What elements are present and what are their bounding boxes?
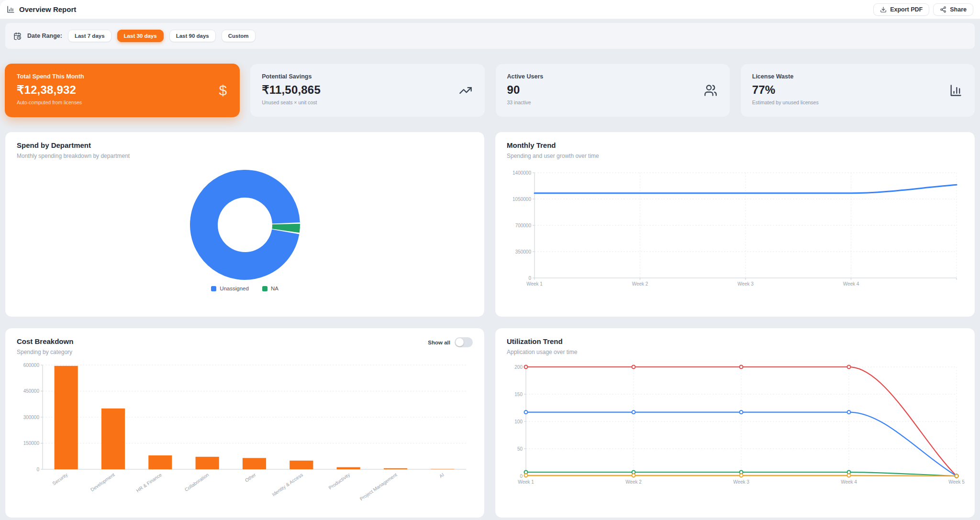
show-all-label: Show all bbox=[428, 340, 450, 345]
svg-text:Week 5: Week 5 bbox=[948, 479, 965, 485]
svg-text:150: 150 bbox=[514, 392, 523, 397]
donut-legend: Unassigned NA bbox=[17, 286, 473, 291]
legend-label: NA bbox=[271, 286, 278, 291]
kpi-value: 90 bbox=[507, 83, 718, 97]
utilization-trend-line-chart[interactable]: 050100150200Week 1Week 2Week 3Week 4Week… bbox=[507, 362, 963, 491]
svg-text:0: 0 bbox=[520, 474, 523, 479]
svg-text:AI: AI bbox=[438, 472, 445, 479]
range-last-30-days-button[interactable]: Last 30 days bbox=[117, 30, 164, 42]
export-pdf-label: Export PDF bbox=[890, 6, 923, 13]
date-range-bar: Date Range: Last 7 days Last 30 days Las… bbox=[5, 22, 975, 49]
show-all-toggle-group: Show all bbox=[428, 337, 473, 347]
svg-text:Week 2: Week 2 bbox=[625, 479, 642, 485]
report-bar-chart-icon bbox=[7, 5, 15, 13]
topbar: Overview Report Export PDF Share bbox=[0, 0, 980, 19]
svg-text:300000: 300000 bbox=[23, 415, 40, 420]
chart-title: Cost Breakdown bbox=[17, 337, 73, 345]
svg-text:200: 200 bbox=[514, 365, 523, 370]
svg-text:1400000: 1400000 bbox=[512, 170, 531, 176]
cost-breakdown-bar-chart[interactable]: 0150000300000450000600000SecurityDevelop… bbox=[17, 359, 473, 499]
dashboard-page: Overview Report Export PDF Share Date Ra… bbox=[0, 0, 980, 520]
legend-swatch bbox=[211, 286, 216, 291]
chart-subtitle: Monthly spending breakdown by department bbox=[17, 153, 473, 159]
show-all-toggle[interactable] bbox=[455, 337, 473, 347]
svg-text:600000: 600000 bbox=[23, 363, 40, 368]
chart-subtitle: Spending by category bbox=[17, 349, 73, 355]
dollar-icon: $ bbox=[219, 82, 227, 99]
kpi-label: Active Users bbox=[507, 73, 718, 80]
bar-chart-icon bbox=[949, 84, 962, 97]
download-icon bbox=[880, 6, 887, 13]
kpi-row: Total Spend This Month ₹12,38,932 Auto-c… bbox=[5, 64, 975, 117]
kpi-total-spend-card: Total Spend This Month ₹12,38,932 Auto-c… bbox=[5, 64, 240, 117]
svg-text:700000: 700000 bbox=[515, 223, 532, 228]
kpi-caption: 33 inactive bbox=[507, 100, 718, 105]
range-last-7-days-button[interactable]: Last 7 days bbox=[68, 30, 111, 42]
kpi-active-users-card: Active Users 90 33 inactive bbox=[495, 64, 730, 117]
monthly-trend-card: Monthly Trend Spending and user growth o… bbox=[495, 132, 975, 317]
kpi-label: License Waste bbox=[752, 73, 963, 80]
svg-text:Collaboration: Collaboration bbox=[184, 472, 210, 493]
legend-item-unassigned[interactable]: Unassigned bbox=[211, 286, 249, 291]
legend-swatch bbox=[262, 286, 267, 291]
svg-text:Week 1: Week 1 bbox=[526, 281, 543, 287]
svg-text:Week 2: Week 2 bbox=[632, 281, 648, 287]
spend-by-department-donut-chart[interactable] bbox=[17, 166, 473, 284]
svg-text:Week 1: Week 1 bbox=[518, 479, 534, 485]
svg-text:450000: 450000 bbox=[23, 388, 40, 394]
range-last-90-days-button[interactable]: Last 90 days bbox=[169, 30, 216, 42]
svg-text:Other: Other bbox=[244, 472, 257, 483]
svg-text:Development: Development bbox=[89, 472, 116, 493]
svg-text:Identity & Access: Identity & Access bbox=[271, 472, 304, 498]
chart-subtitle: Spending and user growth over time bbox=[507, 153, 963, 159]
svg-text:HR & Finance: HR & Finance bbox=[135, 472, 163, 493]
svg-text:350000: 350000 bbox=[515, 249, 532, 254]
spend-by-department-card: Spend by Department Monthly spending bre… bbox=[5, 132, 485, 317]
svg-text:50: 50 bbox=[517, 446, 523, 452]
svg-text:Week 3: Week 3 bbox=[737, 281, 754, 287]
kpi-value: ₹12,38,932 bbox=[17, 83, 228, 97]
svg-text:100: 100 bbox=[514, 419, 523, 424]
utilization-trend-card: Utilization Trend Application usage over… bbox=[495, 328, 975, 518]
chart-title: Monthly Trend bbox=[507, 141, 963, 149]
legend-item-na[interactable]: NA bbox=[262, 286, 278, 291]
trending-up-icon bbox=[459, 84, 472, 97]
legend-label: Unassigned bbox=[220, 286, 249, 291]
kpi-value: 77% bbox=[752, 83, 963, 97]
svg-text:1050000: 1050000 bbox=[512, 197, 531, 202]
cost-breakdown-card: Cost Breakdown Spending by category Show… bbox=[5, 328, 485, 518]
kpi-caption: Estimated by unused licenses bbox=[752, 100, 963, 105]
svg-text:Productivity: Productivity bbox=[328, 472, 351, 491]
kpi-caption: Auto-computed from licenses bbox=[17, 100, 228, 105]
svg-text:Security: Security bbox=[51, 472, 68, 487]
svg-text:150000: 150000 bbox=[23, 441, 40, 446]
svg-text:Week 4: Week 4 bbox=[841, 479, 857, 485]
kpi-license-waste-card: License Waste 77% Estimated by unused li… bbox=[740, 64, 975, 117]
share-label: Share bbox=[950, 6, 967, 13]
share-button[interactable]: Share bbox=[933, 3, 973, 16]
kpi-label: Total Spend This Month bbox=[17, 73, 228, 80]
date-range-label: Date Range: bbox=[27, 33, 62, 39]
chart-title: Spend by Department bbox=[17, 141, 473, 149]
kpi-value: ₹11,50,865 bbox=[262, 83, 473, 97]
kpi-caption: Unused seats × unit cost bbox=[262, 100, 473, 105]
kpi-label: Potential Savings bbox=[262, 73, 473, 80]
page-title: Overview Report bbox=[19, 5, 76, 13]
monthly-trend-line-chart[interactable]: 035000070000010500001400000Week 1Week 2W… bbox=[507, 169, 963, 292]
svg-text:Project Management: Project Management bbox=[359, 472, 398, 502]
kpi-potential-savings-card: Potential Savings ₹11,50,865 Unused seat… bbox=[250, 64, 485, 117]
chart-title: Utilization Trend bbox=[507, 337, 963, 345]
export-pdf-button[interactable]: Export PDF bbox=[873, 3, 929, 16]
chart-subtitle: Application usage over time bbox=[507, 349, 963, 355]
toggle-knob bbox=[456, 338, 464, 346]
svg-text:0: 0 bbox=[528, 276, 531, 281]
calendar-clock-icon bbox=[13, 32, 22, 40]
share-icon bbox=[940, 6, 947, 13]
svg-text:0: 0 bbox=[36, 467, 39, 472]
range-custom-button[interactable]: Custom bbox=[222, 30, 256, 42]
users-icon bbox=[704, 84, 717, 97]
svg-text:Week 4: Week 4 bbox=[843, 281, 859, 287]
svg-text:Week 3: Week 3 bbox=[733, 479, 749, 485]
charts-grid: Spend by Department Monthly spending bre… bbox=[5, 132, 975, 518]
